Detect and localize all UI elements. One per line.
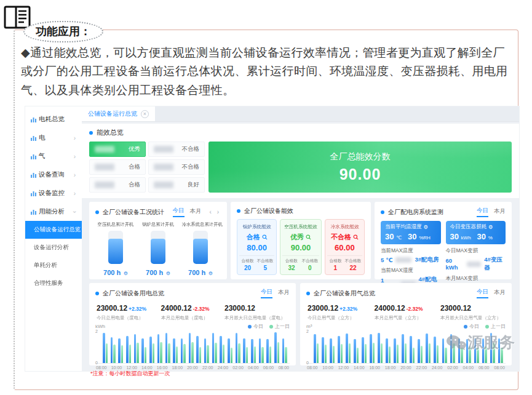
status-card[interactable]: 合格 bbox=[89, 159, 146, 175]
chevron-icon: › bbox=[71, 211, 78, 213]
stat-delta: -2.32% bbox=[193, 306, 210, 312]
gear-icon[interactable]: ⚙ bbox=[124, 271, 128, 276]
mini-bar-chart-icon bbox=[31, 172, 36, 178]
runtime-gauge: 锅炉总累计开机700 h ⚙ bbox=[138, 221, 178, 277]
sidebar-subitem[interactable]: 合理性服务 bbox=[25, 274, 82, 292]
status-card[interactable]: 合格 bbox=[89, 177, 146, 193]
bar-today bbox=[134, 334, 137, 364]
bar-today bbox=[490, 333, 493, 364]
chart-tab-month[interactable]: 本月 bbox=[494, 289, 506, 298]
chart-row: 全厂公辅设备用电总览今日本月23000.12+2.32%今日总用电量（度电）24… bbox=[89, 283, 512, 365]
x-tick-label: 06:00 bbox=[478, 365, 490, 370]
bar-today bbox=[402, 334, 404, 364]
tab-label: 公辅设备运行总览 bbox=[88, 110, 137, 118]
metric-title: 今日变压器损耗 bbox=[450, 223, 487, 231]
workload-panel: 全厂公辅设备工况统计 今日 本月 ‹ › 空压机总累计开机700 h ⚙锅炉总累… bbox=[89, 202, 227, 279]
bar-prev-day bbox=[277, 342, 280, 363]
status-card[interactable]: 优秀 bbox=[89, 142, 146, 157]
x-tick-label: 20:00 bbox=[187, 365, 198, 370]
stat-value: 23000.12 bbox=[440, 304, 471, 313]
device-name[interactable]: 3#配电房 bbox=[415, 256, 439, 264]
x-tick-label: 18:00 bbox=[172, 365, 183, 370]
bar-prev-day bbox=[429, 343, 431, 364]
bar-group bbox=[458, 338, 463, 364]
efficiency-card[interactable]: 空压机系统能效优秀90.00合格数32不合格数0 bbox=[280, 219, 322, 275]
power-room-tab-today[interactable]: 今日 bbox=[477, 207, 488, 217]
metric-header[interactable]: 今日变压器损耗 ⚙30 kWh30 % bbox=[446, 221, 506, 244]
chart-tab-today[interactable]: 今日 bbox=[477, 288, 488, 298]
blurred-label bbox=[95, 164, 114, 170]
x-tick-label: 08:00 bbox=[96, 365, 107, 370]
sidebar-item-label: 设备监控 bbox=[39, 189, 65, 198]
device-name[interactable]: 4#变压器 bbox=[484, 256, 506, 272]
bar-chart-area: 20 bbox=[95, 331, 290, 364]
workload-tab-today[interactable]: 今日 bbox=[173, 207, 185, 217]
stat-value: 23000.12 bbox=[224, 304, 255, 313]
bar-prev-day bbox=[137, 343, 139, 363]
bar-today bbox=[228, 338, 230, 364]
gear-icon[interactable]: ⚙ bbox=[166, 271, 170, 276]
bar-today bbox=[204, 338, 207, 363]
sidebar-item-label: 电耗总览 bbox=[39, 115, 65, 124]
y-axis-unit: kWh bbox=[95, 324, 105, 329]
power-room-tab-month[interactable]: 本月 bbox=[494, 207, 506, 217]
sidebar-item[interactable]: 气› bbox=[25, 147, 82, 166]
bar-today bbox=[370, 334, 372, 363]
bar-group bbox=[141, 338, 146, 363]
tab-public-aux-overview[interactable]: 公辅设备运行总览 × bbox=[82, 106, 155, 121]
bar-group bbox=[394, 338, 399, 364]
bar-prev-day bbox=[106, 343, 108, 364]
bar-prev-day bbox=[215, 343, 217, 363]
bar-chart-area: 20 bbox=[306, 331, 506, 364]
status-card[interactable]: 不合格 bbox=[148, 142, 205, 157]
sidebar-subitem[interactable]: 设备运行分析 bbox=[25, 239, 82, 257]
bar-group bbox=[426, 333, 431, 363]
sidebar-item[interactable]: 设备查询› bbox=[25, 166, 82, 184]
bar-today bbox=[118, 338, 121, 364]
stat-group: 23000.12本月最大日总用气量（立方） bbox=[440, 302, 504, 321]
chevron-icon: › bbox=[74, 153, 76, 160]
blurred-value bbox=[467, 261, 481, 267]
sidebar-subitem[interactable]: 单耗分析 bbox=[25, 257, 82, 274]
gear-icon[interactable]: ⚙ bbox=[208, 271, 213, 276]
pass-label: 合格数 bbox=[284, 258, 300, 264]
status-card[interactable]: 良好 bbox=[148, 177, 205, 193]
tab-close-icon[interactable]: × bbox=[141, 110, 149, 118]
sidebar-item[interactable]: 电耗总览 bbox=[25, 110, 82, 129]
metric-header[interactable]: 当前平均温湿度 ⚙30 ℃30 %RH bbox=[381, 221, 441, 244]
x-tick-label: 08:00 bbox=[278, 365, 289, 370]
system-name: 冷水系统能效 bbox=[329, 224, 361, 231]
bar-prev-day bbox=[223, 345, 225, 363]
bar-prev-day bbox=[153, 343, 155, 363]
status-card[interactable]: 不合格 bbox=[148, 159, 205, 175]
sidebar-item[interactable]: 用能分析› bbox=[25, 202, 82, 221]
section-dot-icon bbox=[95, 292, 99, 295]
sidebar-subitem[interactable]: 公辅设备运行总览 bbox=[25, 221, 82, 239]
chart-title: 全厂公辅设备用电总览 bbox=[103, 289, 164, 298]
sidebar-item[interactable]: 电› bbox=[25, 129, 82, 147]
bar-today bbox=[126, 336, 129, 363]
bar-today bbox=[181, 338, 183, 363]
bar-prev-day bbox=[405, 343, 407, 364]
x-tick-label: 16:00 bbox=[369, 365, 380, 370]
system-name: 锅炉系统能效 bbox=[241, 224, 273, 231]
blurred-label bbox=[154, 146, 173, 153]
gauge-value: 700 h bbox=[188, 269, 205, 276]
panel-arrows[interactable]: ‹ › bbox=[210, 209, 221, 215]
chevron-icon: › bbox=[74, 135, 76, 142]
max-label: 当前MAX湿度 bbox=[381, 267, 441, 274]
bar-today bbox=[274, 332, 277, 363]
update-note: *注意：每小时数据自动更新一次 bbox=[90, 370, 519, 378]
chart-tab-today[interactable]: 今日 bbox=[261, 288, 272, 298]
x-tick-label: 22:00 bbox=[416, 365, 427, 370]
efficiency-card[interactable]: 冷水系统能效不合格60.00合格数1不合格数22 bbox=[325, 219, 365, 275]
chart-tab-month[interactable]: 本月 bbox=[278, 289, 290, 298]
bar-group bbox=[181, 338, 186, 363]
bar-prev-day bbox=[160, 342, 162, 363]
workload-tab-month[interactable]: 本月 bbox=[190, 207, 202, 217]
efficiency-card[interactable]: 锅炉系统能效合格80.00合格数20不合格数5 bbox=[237, 219, 277, 275]
total-score-card: 全厂总能效分数 90.00 bbox=[208, 142, 512, 193]
bar-today bbox=[266, 339, 269, 364]
bar-group bbox=[386, 338, 391, 363]
sidebar-item[interactable]: 设备监控› bbox=[25, 184, 82, 202]
